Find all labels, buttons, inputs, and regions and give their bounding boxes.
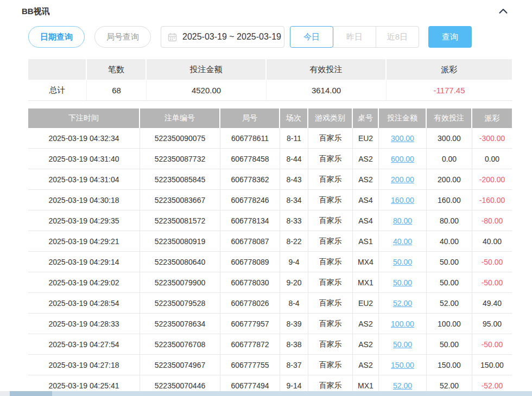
- cell-table-number: AS4: [353, 210, 379, 231]
- scrollbar-corner: [0, 391, 10, 396]
- bet-records-panel: BB视讯 日期查询 局号查询 2025-03-19 ~ 2025-03-19: [0, 0, 532, 396]
- cell-valid-bet: 40.00: [427, 231, 472, 252]
- cell-game-type: 百家乐: [308, 128, 353, 149]
- cell-order-number: 522350076708: [140, 334, 220, 355]
- cell-round-number: 606777872: [220, 334, 280, 355]
- cell-payout: -200.00: [472, 169, 512, 190]
- cell-game-type: 百家乐: [308, 355, 353, 375]
- cell-bet-amount[interactable]: 160.00: [379, 190, 427, 210]
- tab-yesterday[interactable]: 昨日: [333, 26, 376, 48]
- table-row: 2025-03-19 04:31:04522350085845606778362…: [28, 169, 512, 190]
- cell-bet-time: 2025-03-19 04:29:35: [28, 210, 140, 231]
- cell-game-type: 百家乐: [308, 231, 353, 252]
- cell-valid-bet: 200.00: [427, 169, 472, 190]
- page-title: BB视讯: [22, 7, 510, 17]
- cell-order-number: 522350080919: [140, 231, 220, 252]
- cell-payout: 0.00: [472, 149, 512, 169]
- cell-bet-amount[interactable]: 50.00: [379, 252, 427, 272]
- cell-session: 8-34: [280, 190, 308, 210]
- cell-game-type: 百家乐: [308, 272, 353, 293]
- cell-table-number: AS2: [353, 169, 379, 190]
- cell-table-number: AS1: [353, 231, 379, 252]
- cell-order-number: 522350081572: [140, 210, 220, 231]
- date-range-value: 2025-03-19 ~ 2025-03-19: [182, 32, 281, 42]
- cell-session: 8-4: [280, 293, 308, 314]
- column-header-payout: 派彩: [472, 108, 512, 128]
- cell-order-number: 522350087732: [140, 149, 220, 169]
- cell-bet-amount[interactable]: 52.00: [379, 293, 427, 314]
- cell-bet-amount[interactable]: 600.00: [379, 149, 427, 169]
- cell-order-number: 522350080640: [140, 252, 220, 272]
- cell-session: 8-22: [280, 231, 308, 252]
- cell-round-number: 606778134: [220, 210, 280, 231]
- cell-bet-amount[interactable]: 100.00: [379, 314, 427, 334]
- cell-valid-bet: 0.00: [427, 149, 472, 169]
- cell-table-number: EU2: [353, 293, 379, 314]
- cell-bet-amount[interactable]: 300.00: [379, 128, 427, 149]
- cell-table-number: MX4: [353, 252, 379, 272]
- date-query-button[interactable]: 日期查询: [28, 26, 85, 48]
- column-header-bet-amount: 投注金额: [379, 108, 427, 128]
- cell-order-number: 522350074967: [140, 355, 220, 375]
- date-range-input[interactable]: 2025-03-19 ~ 2025-03-19: [161, 26, 284, 48]
- cell-payout: -300.00: [472, 128, 512, 149]
- column-header-order-number: 注单编号: [140, 108, 220, 128]
- table-row: 2025-03-19 04:32:34522350090075606778611…: [28, 128, 512, 149]
- tab-last-8-days[interactable]: 近8日: [376, 26, 419, 48]
- cell-round-number: 606777755: [220, 355, 280, 375]
- cell-bet-time: 2025-03-19 04:29:21: [28, 231, 140, 252]
- cell-bet-time: 2025-03-19 04:31:04: [28, 169, 140, 190]
- cell-table-number: EU2: [353, 128, 379, 149]
- cell-session: 8-37: [280, 355, 308, 375]
- cell-bet-amount[interactable]: 50.00: [379, 272, 427, 293]
- summary-header-empty: [28, 59, 87, 80]
- cell-table-number: MX1: [353, 272, 379, 293]
- cell-game-type: 百家乐: [308, 334, 353, 355]
- cell-order-number: 522350079900: [140, 272, 220, 293]
- cell-valid-bet: 300.00: [427, 128, 472, 149]
- cell-bet-amount[interactable]: 150.00: [379, 355, 427, 375]
- collapse-button[interactable]: [497, 5, 509, 17]
- cell-valid-bet: 50.00: [427, 334, 472, 355]
- horizontal-scrollbar[interactable]: [0, 391, 532, 396]
- cell-game-type: 百家乐: [308, 169, 353, 190]
- summary-bet-amount: 4520.00: [147, 80, 267, 101]
- column-header-table-number: 桌号: [353, 108, 379, 128]
- table-row: 2025-03-19 04:27:18522350074967606777755…: [28, 355, 512, 375]
- cell-round-number: 606778087: [220, 231, 280, 252]
- cell-session: 8-38: [280, 334, 308, 355]
- round-query-button[interactable]: 局号查询: [94, 26, 151, 48]
- cell-order-number: 522350085845: [140, 169, 220, 190]
- cell-bet-amount[interactable]: 50.00: [379, 334, 427, 355]
- cell-round-number: 606778246: [220, 190, 280, 210]
- cell-game-type: 百家乐: [308, 149, 353, 169]
- cell-valid-bet: 160.00: [427, 190, 472, 210]
- cell-valid-bet: 50.00: [427, 272, 472, 293]
- column-header-session: 场次: [280, 108, 308, 128]
- cell-table-number: AS2: [353, 355, 379, 375]
- table-row: 2025-03-19 04:29:14522350080640606778089…: [28, 252, 512, 272]
- cell-round-number: 606778030: [220, 272, 280, 293]
- cell-payout: 95.00: [472, 314, 512, 334]
- cell-bet-time: 2025-03-19 04:28:54: [28, 293, 140, 314]
- table-row: 2025-03-19 04:28:54522350079528606778026…: [28, 293, 512, 314]
- cell-order-number: 522350079528: [140, 293, 220, 314]
- cell-payout: -80.00: [472, 210, 512, 231]
- summary-total-row: 总计 68 4520.00 3614.00 -1177.45: [28, 80, 512, 101]
- quick-range-tabs: 今日 昨日 近8日: [290, 26, 419, 48]
- scrollbar-track[interactable]: [10, 391, 532, 396]
- cell-bet-amount[interactable]: 80.00: [379, 210, 427, 231]
- search-button[interactable]: 查询: [428, 26, 472, 48]
- cell-payout: -160.00: [472, 190, 512, 210]
- cell-payout: -50.00: [472, 252, 512, 272]
- summary-payout: -1177.45: [387, 80, 512, 101]
- table-row: 2025-03-19 04:29:21522350080919606778087…: [28, 231, 512, 252]
- tab-today[interactable]: 今日: [290, 26, 333, 48]
- cell-bet-amount[interactable]: 200.00: [379, 169, 427, 190]
- table-row: 2025-03-19 04:31:40522350087732606778458…: [28, 149, 512, 169]
- cell-table-number: AS2: [353, 149, 379, 169]
- cell-bet-amount[interactable]: 40.00: [379, 231, 427, 252]
- table-row: 2025-03-19 04:29:02522350079900606778030…: [28, 272, 512, 293]
- scrollbar-thumb[interactable]: [10, 391, 52, 396]
- cell-game-type: 百家乐: [308, 210, 353, 231]
